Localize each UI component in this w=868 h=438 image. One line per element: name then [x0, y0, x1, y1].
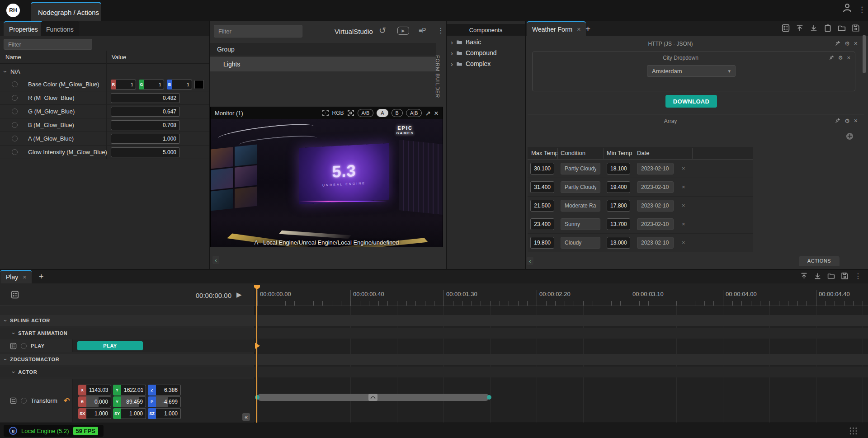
delete-row-icon[interactable]: ×	[682, 165, 685, 172]
date-input[interactable]	[637, 200, 674, 212]
monitor-viewport[interactable]: 5.3 UNREAL ENGINE EPIC GAMES A - Local E…	[211, 119, 443, 247]
max-temp-input[interactable]	[530, 237, 554, 249]
pin-icon[interactable]	[835, 118, 840, 123]
property-value-input[interactable]	[111, 93, 180, 103]
vertical-scrollbar-thumb[interactable]	[863, 35, 866, 73]
min-temp-input[interactable]	[607, 218, 630, 230]
color-b-input[interactable]	[172, 80, 192, 89]
condition-input[interactable]	[561, 200, 600, 212]
tab-functions[interactable]: Functions	[41, 21, 79, 36]
transform-sy-field[interactable]: SY	[113, 408, 146, 419]
transform-x-input[interactable]	[86, 385, 111, 396]
min-temp-input[interactable]	[607, 163, 630, 174]
download-button[interactable]: DOWNLOAD	[665, 95, 717, 108]
actions-bottom-tab[interactable]: ACTIONS	[799, 256, 840, 266]
color-g-input[interactable]	[144, 80, 164, 89]
scroll-left-button[interactable]: ‹	[212, 256, 219, 264]
form-kebab-menu[interactable]: ⋮	[866, 24, 868, 32]
add-tab-button[interactable]: +	[585, 24, 590, 33]
form-list-icon[interactable]	[782, 24, 790, 32]
transform-sx-input[interactable]	[86, 408, 111, 419]
user-avatar-button[interactable]	[842, 2, 853, 13]
undo-icon[interactable]: ↶	[64, 396, 70, 405]
resize-grid-icon[interactable]	[849, 427, 858, 435]
tab-weather-form[interactable]: Weather Form ×	[527, 21, 586, 36]
condition-input[interactable]	[561, 237, 600, 249]
upload-icon[interactable]	[800, 272, 808, 280]
history-icon[interactable]: ↺	[379, 26, 386, 35]
rgb-mode-button[interactable]: RGB	[332, 110, 344, 116]
transform-yaw-field[interactable]: Y	[113, 396, 146, 407]
delete-row-icon[interactable]: ×	[682, 202, 685, 209]
timeline-kebab-menu[interactable]: ⋮	[854, 273, 862, 280]
play-icon[interactable]: ▶	[236, 291, 242, 298]
close-icon[interactable]: ×	[847, 55, 850, 61]
save-icon[interactable]	[841, 272, 849, 280]
color-r-field[interactable]: R	[111, 80, 136, 89]
property-radio[interactable]	[12, 108, 18, 114]
transform-sy-input[interactable]	[121, 408, 146, 419]
folder-icon[interactable]	[827, 272, 835, 280]
channel-b-button[interactable]: B	[392, 109, 403, 117]
min-temp-input[interactable]	[607, 200, 630, 212]
gear-icon[interactable]: ⚙	[838, 55, 843, 61]
properties-filter-input[interactable]	[4, 39, 92, 50]
panel-kebab-menu[interactable]: ⋮	[437, 27, 444, 34]
tree-item-complex[interactable]: › Complex	[447, 58, 525, 69]
date-input[interactable]	[637, 237, 674, 249]
group-header-row[interactable]: Group	[210, 43, 436, 56]
color-b-field[interactable]: B	[167, 80, 192, 89]
transform-x-field[interactable]: X	[78, 385, 111, 396]
folder-icon[interactable]	[838, 24, 846, 32]
delete-row-icon[interactable]: ×	[682, 239, 685, 246]
property-radio[interactable]	[12, 95, 18, 101]
close-icon[interactable]: ×	[854, 118, 858, 124]
property-radio[interactable]	[12, 136, 18, 141]
transform-roll-input[interactable]	[86, 396, 111, 407]
property-radio[interactable]	[12, 122, 18, 128]
popout-icon[interactable]: ↗	[425, 110, 431, 117]
track-radio[interactable]	[21, 398, 27, 404]
monitor-close-icon[interactable]: ×	[434, 109, 439, 117]
add-row-icon[interactable]	[845, 132, 854, 141]
scroll-left-button[interactable]: ‹	[527, 257, 533, 265]
track-row-transform-name[interactable]: Transform	[0, 379, 72, 422]
tab-close-icon[interactable]: ×	[23, 273, 26, 281]
timeline-ruler[interactable]: 00:00:00.00 00:00:00.40 00:00:01.30 00:0…	[255, 283, 868, 306]
pin-icon[interactable]	[835, 41, 840, 46]
city-dropdown-select[interactable]: Amsterdam ▾	[647, 65, 736, 77]
property-value-input[interactable]	[111, 147, 180, 157]
max-temp-input[interactable]	[530, 181, 554, 193]
tab-nodegraph-actions[interactable]: Nodegraph / Actions	[31, 2, 101, 21]
playlist-icon[interactable]: ≡P	[419, 27, 426, 33]
max-temp-input[interactable]	[530, 163, 554, 174]
upload-icon[interactable]	[796, 24, 804, 32]
split-aib-button[interactable]: A|B	[406, 109, 422, 117]
tree-item-compound[interactable]: › Compound	[447, 47, 525, 58]
sequence-icon[interactable]	[11, 291, 19, 299]
condition-input[interactable]	[561, 181, 600, 193]
track-group-start-animation[interactable]: › START ANIMATION	[0, 328, 868, 339]
save-icon[interactable]	[852, 24, 860, 32]
property-value-input[interactable]	[111, 120, 180, 130]
tab-close-icon[interactable]: ×	[577, 26, 580, 33]
track-group-zdcustomactor[interactable]: › ZDCUSTOMACTOR	[0, 354, 868, 365]
track-radio[interactable]	[21, 343, 27, 349]
track-group-spline-actor[interactable]: › SPLINE ACTOR	[0, 315, 868, 326]
transform-z-input[interactable]	[156, 385, 181, 396]
delete-row-icon[interactable]: ×	[682, 184, 685, 190]
tree-item-basic[interactable]: › Basic	[447, 37, 525, 47]
transform-z-field[interactable]: Z	[148, 385, 181, 396]
track-group-actor[interactable]: › ACTOR	[0, 367, 868, 377]
transform-pitch-input[interactable]	[156, 396, 181, 407]
transform-sz-field[interactable]: SZ	[148, 408, 181, 419]
tab-properties[interactable]: Properties	[4, 21, 43, 36]
min-temp-input[interactable]	[607, 181, 630, 193]
playhead-line[interactable]	[256, 285, 257, 424]
column-header-value[interactable]: Value	[112, 51, 126, 63]
keyframe-end-dot[interactable]	[487, 395, 491, 400]
app-logo[interactable]: RH	[6, 4, 20, 17]
clipboard-icon[interactable]	[824, 24, 832, 32]
play-keyframe-marker[interactable]	[255, 343, 260, 349]
condition-input[interactable]	[561, 163, 600, 174]
